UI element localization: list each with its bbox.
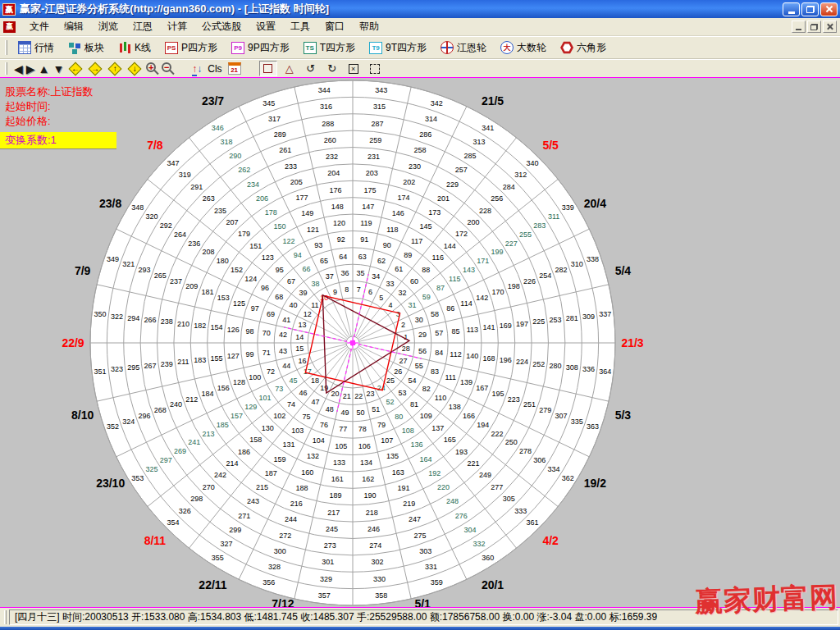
gann-time-wheel[interactable]: 1234567891011121314151617181920212223242… [0,78,840,608]
zoom-in-icon[interactable]: + [146,62,158,75]
svg-text:183: 183 [194,356,206,364]
svg-text:238: 238 [161,317,173,326]
svg-text:179: 179 [238,230,250,238]
svg-text:41: 41 [282,316,290,324]
pan-down-icon[interactable]: ↓ [126,64,143,74]
svg-text:48: 48 [326,405,334,413]
chart-area: 1234567891011121314151617181920212223242… [0,77,840,608]
svg-text:309: 309 [582,313,595,321]
svg-text:26: 26 [394,368,402,376]
svg-text:135: 135 [386,452,399,460]
menu-item-2[interactable]: 浏览 [91,18,126,35]
menu-item-0[interactable]: 文件 [22,18,57,35]
svg-text:271: 271 [238,512,250,520]
mdi-minimize-button[interactable] [792,21,806,33]
big-wheel-button[interactable]: 大大数轮 [496,39,550,57]
mdi-restore-button[interactable] [807,21,821,33]
svg-text:29: 29 [418,331,427,339]
svg-text:300: 300 [274,547,286,555]
svg-text:77: 77 [339,425,347,433]
page-up-icon[interactable]: ▲ [39,62,50,75]
triangle-tool[interactable]: △ [281,61,299,76]
updown-icon[interactable]: ↑↓ [192,63,202,75]
zoom-out-icon[interactable]: − [162,62,174,75]
t-square-button[interactable]: TST四方形 [299,39,359,57]
gann-wheel-button[interactable]: 江恩轮 [436,39,491,57]
svg-text:6/6: 6/6 [418,78,434,80]
menu-item-8[interactable]: 窗口 [317,18,352,35]
page-down-icon[interactable]: ▼ [52,62,64,75]
menu-item-9[interactable]: 帮助 [352,18,386,35]
calendar-icon[interactable]: 21 [228,62,241,75]
svg-text:86: 86 [446,304,454,313]
pan-up-icon[interactable]: ↑ [107,64,123,74]
svg-text:148: 148 [331,203,344,211]
prev-icon[interactable]: ◀ [14,62,23,75]
close-button[interactable] [820,2,838,16]
svg-text:316: 316 [320,103,332,111]
svg-text:253: 253 [550,316,562,324]
svg-text:291: 291 [190,183,203,191]
svg-text:272: 272 [279,532,291,540]
svg-text:358: 358 [375,591,387,600]
svg-text:81: 81 [410,400,418,409]
menu-item-1[interactable]: 编辑 [57,18,91,35]
svg-text:311: 311 [548,212,559,221]
svg-text:288: 288 [322,120,334,128]
svg-text:87: 87 [436,284,445,292]
menu-item-4[interactable]: 计算 [160,18,194,35]
fit-box-icon[interactable]: × [345,61,363,76]
svg-text:327: 327 [221,540,233,548]
mdi-close-button[interactable] [823,21,837,33]
kline-button[interactable]: K线 [114,39,155,57]
svg-text:139: 139 [460,378,472,386]
svg-text:21/5: 21/5 [482,94,504,107]
svg-text:257: 257 [455,166,468,174]
square-tool[interactable] [259,61,277,76]
p-square-button[interactable]: PSP四方形 [161,39,221,57]
svg-text:36: 36 [340,269,349,277]
svg-text:156: 156 [217,384,230,392]
svg-text:124: 124 [244,275,257,283]
svg-text:265: 265 [154,272,167,280]
rotate-cw-icon[interactable]: ↻ [323,61,341,76]
svg-text:122: 122 [282,237,294,245]
hexagon-button[interactable]: 六角形 [556,39,610,57]
svg-text:117: 117 [411,237,422,245]
menu-item-6[interactable]: 设置 [249,18,283,35]
next-icon[interactable]: ▶ [26,62,35,75]
cls-button[interactable]: Cls [205,63,224,75]
t9-square-button[interactable]: T99T四方形 [365,39,431,57]
toolbar-button-label: 行情 [34,41,54,55]
svg-text:242: 242 [214,471,226,479]
svg-text:362: 362 [562,474,574,482]
svg-text:226: 226 [523,277,536,285]
svg-text:321: 321 [122,260,135,268]
info-panel: 股票名称:上证指数 起始时间: 起始价格: 变换系数:1 [5,84,116,149]
svg-text:326: 326 [179,507,191,515]
minimize-button[interactable] [783,2,800,16]
svg-text:88: 88 [422,266,430,274]
toolbar-button-label: 9P四方形 [248,41,290,55]
pan-right-icon[interactable]: → [87,64,103,74]
menu-item-5[interactable]: 公式选股 [194,18,249,35]
svg-text:61: 61 [395,265,403,273]
mdi-minimize-icon [796,29,801,30]
toolbar-grip[interactable] [5,62,7,75]
svg-text:76: 76 [320,421,328,429]
pan-left-icon[interactable]: ← [67,64,84,74]
sectors-button[interactable]: 板块 [64,39,108,57]
rotate-ccw-icon[interactable]: ↺ [302,61,320,76]
stock-name-label: 股票名称:上证指数 [5,84,116,99]
svg-text:302: 302 [372,558,384,566]
svg-text:175: 175 [363,186,376,194]
restore-button[interactable] [801,2,819,16]
toolbar-grip[interactable] [5,40,7,55]
p9-square-button[interactable]: P99P四方形 [227,39,294,57]
svg-text:243: 243 [247,497,259,505]
menu-item-7[interactable]: 工具 [283,18,317,35]
window-title: 赢家-江恩证券分析系统(http://gann360.com) - [上证指数 … [20,2,781,16]
marquee-icon[interactable] [366,61,384,76]
menu-item-3[interactable]: 江恩 [126,18,160,35]
quotes-button[interactable]: 行情 [14,39,58,57]
